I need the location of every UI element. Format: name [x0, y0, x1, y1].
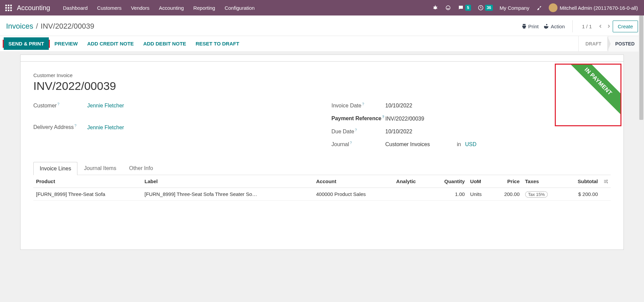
nav-vendors[interactable]: Vendors	[126, 5, 154, 11]
app-title[interactable]: Accounting	[17, 4, 50, 12]
tabs: Invoice Lines Journal Items Other Info	[33, 162, 611, 175]
user-name: Mitchell Admin (20117670-16-0-all)	[560, 5, 638, 11]
debit-note-button[interactable]: Add Debit Note	[138, 37, 191, 50]
breadcrumb-sep: /	[33, 22, 41, 31]
invoice-date-label: Invoice Date?	[332, 102, 385, 109]
highlight-ribbon: In Payment	[555, 64, 621, 126]
nav-customers[interactable]: Customers	[92, 5, 126, 11]
svg-rect-1	[8, 5, 9, 6]
status-bar: Draft Posted	[578, 36, 641, 52]
due-date-value: 10/10/2022	[385, 129, 412, 135]
reset-draft-button[interactable]: Reset to Draft	[191, 37, 244, 50]
svg-rect-8	[10, 10, 12, 11]
journal-label: Journal?	[332, 141, 385, 147]
messages-icon[interactable]: 5	[454, 5, 474, 11]
svg-rect-5	[10, 7, 12, 9]
avatar	[549, 3, 557, 12]
svg-rect-3	[5, 7, 7, 9]
delivery-value[interactable]: Jennie Fletcher	[87, 125, 124, 131]
col-price[interactable]: Price	[492, 175, 522, 188]
top-nav: Accounting Dashboard Customers Vendors A…	[0, 0, 644, 15]
highlight-send-print: Send & Print	[3, 40, 50, 48]
scrollbar[interactable]	[639, 15, 644, 250]
payment-ribbon: In Payment	[562, 64, 621, 118]
control-bar: Invoices / INV/2022/00039 Print Action 1…	[0, 15, 644, 36]
user-menu[interactable]: Mitchell Admin (20117670-16-0-all)	[545, 3, 641, 12]
preview-button[interactable]: Preview	[50, 37, 82, 50]
tab-journal-items[interactable]: Journal Items	[77, 162, 123, 175]
scrollbar-thumb[interactable]	[639, 15, 643, 120]
cell-subtotal: $ 200.00	[563, 188, 601, 201]
cell-product: [FURN_8999] Three-Seat Sofa	[33, 188, 142, 201]
bug-icon[interactable]	[429, 5, 442, 11]
print-button[interactable]: Print	[521, 24, 539, 29]
svg-line-11	[433, 7, 434, 7]
pager-next[interactable]	[605, 23, 613, 30]
col-account[interactable]: Account	[313, 175, 394, 188]
nav-accounting[interactable]: Accounting	[154, 5, 189, 11]
action-button[interactable]: Action	[544, 24, 565, 29]
payment-ref-label: Payment Reference?	[332, 115, 385, 122]
nav-configuration[interactable]: Configuration	[220, 5, 259, 11]
tab-other-info[interactable]: Other Info	[123, 162, 159, 175]
apps-icon[interactable]	[5, 4, 12, 11]
support-icon[interactable]	[442, 5, 454, 11]
cell-quantity: 1.00	[430, 188, 468, 201]
create-button[interactable]: Create	[613, 21, 638, 32]
svg-point-9	[434, 6, 437, 9]
status-draft[interactable]: Draft	[578, 36, 608, 52]
send-print-button[interactable]: Send & Print	[4, 37, 49, 50]
col-quantity[interactable]: Quantity	[430, 175, 468, 188]
journal-in: in	[457, 141, 461, 147]
journal-currency[interactable]: USD	[465, 141, 476, 147]
col-label[interactable]: Label	[142, 175, 313, 188]
col-product[interactable]: Product	[33, 175, 142, 188]
svg-rect-2	[10, 5, 12, 6]
col-taxes[interactable]: Taxes	[522, 175, 564, 188]
cell-taxes: Tax 15%	[522, 188, 564, 201]
form-sheet: In Payment Customer Invoice INV/2022/000…	[20, 61, 624, 250]
tab-invoice-lines[interactable]: Invoice Lines	[33, 162, 77, 175]
invoice-lines-table: Product Label Account Analytic Quantity …	[33, 175, 611, 201]
col-uom[interactable]: UoM	[468, 175, 492, 188]
invoice-type-label: Customer Invoice	[33, 72, 611, 78]
cell-analytic	[394, 188, 430, 201]
credit-note-button[interactable]: Add Credit Note	[82, 37, 138, 50]
svg-rect-0	[5, 5, 7, 6]
pager-prev[interactable]	[597, 23, 605, 30]
pager[interactable]: 1 / 1	[582, 24, 592, 29]
company-selector[interactable]: My Company	[496, 5, 533, 11]
svg-rect-4	[8, 7, 9, 9]
svg-point-15	[446, 6, 450, 10]
nav-reporting[interactable]: Reporting	[189, 5, 220, 11]
svg-rect-6	[5, 10, 7, 11]
invoice-title: INV/2022/00039	[33, 79, 611, 93]
payment-ref-value: INV/2022/00039	[385, 116, 425, 122]
customer-value[interactable]: Jennie Fletcher	[87, 103, 124, 109]
svg-line-14	[437, 8, 437, 9]
cell-account: 400000 Product Sales	[313, 188, 394, 201]
breadcrumb-root[interactable]: Invoices	[6, 22, 33, 31]
svg-line-12	[437, 7, 437, 7]
tools-icon[interactable]	[533, 5, 545, 11]
status-posted[interactable]: Posted	[608, 36, 641, 52]
customer-label: Customer?	[33, 102, 87, 109]
svg-rect-7	[8, 10, 9, 11]
journal-value: Customer Invoices	[385, 141, 430, 147]
col-analytic[interactable]: Analytic	[394, 175, 430, 188]
activities-icon[interactable]: 36	[474, 5, 496, 11]
action-bar: Send & Print Preview Add Credit Note Add…	[0, 36, 644, 51]
cell-uom: Units	[468, 188, 492, 201]
invoice-date-value: 10/10/2022	[385, 103, 412, 109]
due-date-label: Due Date?	[332, 128, 385, 135]
activities-badge: 36	[485, 5, 493, 11]
svg-line-13	[433, 8, 434, 9]
cell-price: 200.00	[492, 188, 522, 201]
col-subtotal[interactable]: Subtotal	[563, 175, 601, 188]
table-row[interactable]: [FURN_8999] Three-Seat Sofa [FURN_8999] …	[33, 188, 611, 201]
cell-label: [FURN_8999] Three-Seat Sofa Three Seater…	[142, 188, 313, 201]
nav-dashboard[interactable]: Dashboard	[58, 5, 92, 11]
col-options-icon[interactable]	[601, 175, 611, 188]
messages-badge: 5	[465, 5, 471, 11]
delivery-label: Delivery Address?	[33, 124, 87, 130]
